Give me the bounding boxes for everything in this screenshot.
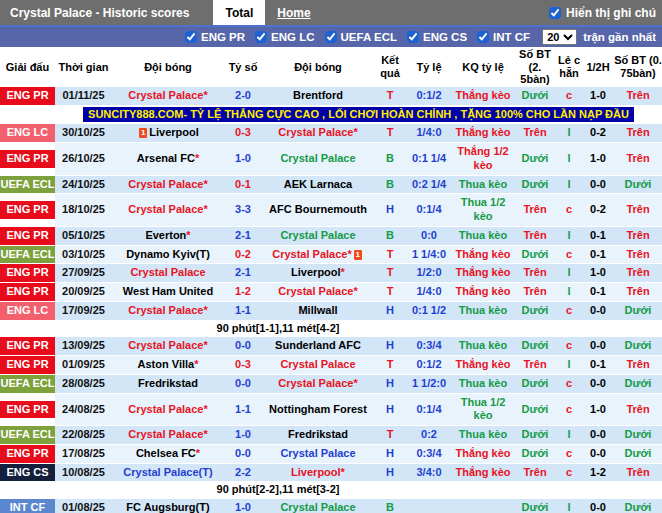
result-letter: H [374,463,406,482]
match-score: 0-2 [224,245,262,264]
away-team-name: Liverpool [291,266,341,278]
over-under-2-5: Trên [514,264,556,283]
header-half-score: 1/2H [582,47,614,87]
match-row: ENG PR24/08/25Crystal Palace*1-1Nottingh… [0,393,662,426]
show-notes-checkbox[interactable] [549,7,561,19]
odd-even-flag: c [556,393,582,426]
half-time-score: 1-0 [582,393,614,426]
tab-total[interactable]: Total [213,0,265,25]
league-cell: ENG PR [0,87,55,105]
league-cell: ENG PR [0,283,55,302]
header-ou-25: Số BT (2. 5bàn) [514,47,556,87]
league-checkbox-eng-cs[interactable] [407,31,419,43]
away-team-name: Nottingham Forest [269,403,367,415]
over-under-0-75: Trên [614,264,662,283]
league-badge: UEFA ECL [0,375,55,393]
header-away-team: Đội bóng [262,47,374,87]
promo-banner-text[interactable]: SUNCITY888.COM- TỶ LỆ THẮNG CỰC CAO , LỐ… [83,107,634,123]
over-under-0-75: Trên [614,393,662,426]
result-letter: T [374,87,406,105]
home-team-name: Crystal Palace [128,178,203,190]
odd-even-flag: c [556,87,582,105]
league-checkbox-eng-lc[interactable] [255,31,267,43]
home-team-name: Everton [145,229,186,241]
match-score: 1-0 [224,499,262,513]
asterisk-marker: * [194,358,198,370]
half-time-score: 1-0 [582,264,614,283]
league-checkbox-int-cf[interactable] [477,31,489,43]
odd-even-flag: l [556,426,582,445]
match-score: 1-1 [224,301,262,320]
home-team-cell: Dynamo Kyiv(T) [112,245,224,264]
match-score: 0-0 [224,444,262,463]
league-cell: ENG PR [0,393,55,426]
match-score: 1-0 [224,426,262,445]
league-cell: ENG PR [0,444,55,463]
match-row: ENG PR05/10/25Everton*2-1Crystal PalaceB… [0,226,662,245]
match-row: ENG PR01/09/25Aston Villa*0-3Crystal Pal… [0,356,662,375]
handicap-odds: 0:1/4 [406,393,452,426]
match-count-select[interactable]: 20 [542,29,577,45]
over-under-0-75: Trên [614,245,662,264]
asterisk-marker: * [353,126,357,138]
odds-result: Thua kèo [452,226,514,245]
league-badge: ENG PR [0,283,55,301]
odd-even-flag: c [556,444,582,463]
odds-result: Thắng kèo [452,124,514,143]
tab-home[interactable]: Home [265,0,322,25]
half-time-score: 0-2 [582,194,614,227]
note-row-padding [556,482,662,499]
odd-even-flag: c [556,337,582,356]
odds-result: Thắng kèo [452,245,514,264]
header-odds: Tỷ lệ [406,47,452,87]
home-team-cell: Crystal Palace* [112,301,224,320]
odds-result: Thua kèo [452,337,514,356]
home-team-cell: Crystal Palace* [112,194,224,227]
away-team-cell: Brentford [262,87,374,105]
match-count-suffix: trận gần nhất [583,31,656,43]
asterisk-marker: * [341,466,345,478]
home-team-name: Crystal Palace [128,304,203,316]
asterisk-marker: * [196,447,200,459]
handicap-odds: 0:2 1/4 [406,175,452,194]
odds-result: Thua 1/2 kèo [452,393,514,426]
handicap-odds: 0:3/4 [406,444,452,463]
half-time-score: 0-0 [582,337,614,356]
match-row: ENG LC17/09/25Crystal Palace*1-1Millwall… [0,301,662,320]
odds-result: Thắng 1/2 kèo [452,143,514,176]
match-date: 20/09/25 [55,283,112,302]
half-time-score: 0-2 [582,124,614,143]
league-checkbox-uefa-ecl[interactable] [325,31,337,43]
handicap-odds: 1/4:0 [406,124,452,143]
league-cell: UEFA ECL [0,374,55,393]
match-date: 13/09/25 [55,337,112,356]
match-date: 17/09/25 [55,301,112,320]
home-team-name: Crystal Palace [128,89,203,101]
league-filter-label: ENG CS [423,31,467,43]
league-badge: UEFA ECL [0,176,55,194]
home-team-name: Crystal Palace [128,403,203,415]
match-row: ENG PR20/09/25West Ham United1-2Crystal … [0,283,662,302]
over-under-0-75: Trên [614,463,662,482]
asterisk-marker: * [203,203,207,215]
over-under-2-5: Trên [514,226,556,245]
over-under-2-5: Dưới [514,87,556,105]
home-team-name: Crystal Palace [128,203,203,215]
result-letter: H [374,374,406,393]
away-team-name: Crystal Palace [280,447,355,459]
result-letter: B [374,226,406,245]
over-under-0-75: Dưới [614,374,662,393]
table-header-row: Giải đấu Thời gian Đội bóng Tỷ số Đội bó… [0,47,662,87]
odds-result: Thắng kèo [452,444,514,463]
over-under-2-5: Trên [514,194,556,227]
asterisk-marker: * [203,403,207,415]
home-team-name: Crystal Palace [130,266,205,278]
match-note-row: 90 phút[1-1],11 mét[4-2] [0,320,662,337]
away-team-cell: AFC Bournemouth [262,194,374,227]
league-checkbox-eng-pr[interactable] [185,31,197,43]
over-under-2-5: Trên [514,356,556,375]
match-date: 22/08/25 [55,426,112,445]
away-team-cell: Crystal Palace [262,499,374,513]
league-badge: UEFA ECL [0,426,55,444]
odds-result [452,499,514,513]
